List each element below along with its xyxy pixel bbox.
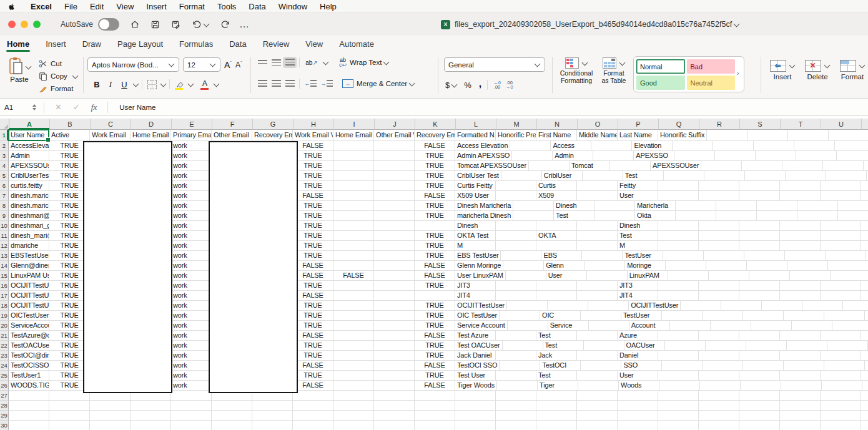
column-header-E[interactable]: E (172, 119, 212, 130)
column-header-G[interactable]: G (253, 119, 293, 130)
cell-P8[interactable]: Maricherla (635, 201, 676, 211)
undo-icon[interactable] (191, 19, 202, 30)
cell-E19[interactable]: work (171, 311, 212, 321)
cell-T21[interactable] (780, 331, 821, 341)
cell-T15[interactable] (790, 271, 831, 281)
cell-K18[interactable]: TRUE (415, 301, 455, 311)
cell-C28[interactable] (90, 401, 131, 411)
cell-E24[interactable]: work (171, 361, 212, 371)
cell-P11[interactable]: Test (618, 231, 658, 241)
save-icon[interactable] (150, 19, 160, 30)
cell-L23[interactable]: Jack Daniel (455, 351, 496, 361)
cell-H6[interactable]: TRUE (293, 181, 333, 191)
cell-I25[interactable] (333, 371, 374, 381)
cell-O26[interactable] (578, 381, 619, 391)
column-header-R[interactable]: R (699, 119, 740, 130)
cell-J5[interactable] (374, 171, 415, 181)
tab-draw[interactable]: Draw (82, 38, 102, 50)
cell-L20[interactable]: Service Account (455, 321, 508, 331)
menu-item-format[interactable]: Format (173, 2, 211, 11)
cell-I2[interactable] (333, 141, 374, 151)
cell-E14[interactable]: work (171, 261, 212, 271)
cell-L5[interactable]: CriblUser Test (455, 171, 501, 181)
cell-U27[interactable] (821, 391, 861, 401)
cell-Q21[interactable] (658, 331, 699, 341)
cell-E22[interactable]: work (171, 341, 212, 351)
more-commands-icon[interactable]: … (239, 19, 250, 30)
cell-P7[interactable]: User (618, 191, 658, 201)
cell-H5[interactable]: TRUE (293, 171, 333, 181)
cell-A18[interactable]: OCIJITTestUs (9, 301, 49, 311)
cell-R25[interactable] (699, 371, 739, 381)
cell-K7[interactable]: FALSE (415, 191, 455, 201)
cell-O25[interactable] (577, 371, 618, 381)
cell-A19[interactable]: OICTestUser (9, 311, 49, 321)
cell-T1[interactable] (788, 130, 829, 141)
cell-S8[interactable] (757, 201, 797, 211)
cell-M21[interactable] (496, 331, 536, 341)
cell-D1[interactable]: Home Email (131, 130, 171, 141)
cell-U4[interactable] (864, 161, 868, 171)
cell-N18[interactable] (548, 301, 588, 311)
cell-V17[interactable] (861, 291, 868, 301)
cell-D28[interactable] (131, 401, 171, 411)
cell-P14[interactable]: Moringe (625, 261, 666, 271)
cell-B28[interactable] (49, 401, 90, 411)
cell-I9[interactable] (333, 211, 374, 221)
cell-J15[interactable] (374, 271, 415, 281)
cell-H3[interactable]: TRUE (293, 151, 333, 161)
cell-J26[interactable] (374, 381, 415, 391)
cell-N2[interactable]: Access (551, 141, 591, 151)
cell-K9[interactable]: TRUE (415, 211, 455, 221)
cell-K21[interactable]: FALSE (415, 331, 455, 341)
cell-Q27[interactable] (658, 391, 699, 401)
format-painter-button[interactable]: Format (39, 83, 73, 94)
cell-T17[interactable] (780, 291, 821, 301)
cell-T5[interactable] (786, 171, 826, 181)
cell-N12[interactable] (536, 241, 577, 251)
cell-O9[interactable] (594, 211, 635, 221)
currency-chevron[interactable] (451, 81, 458, 87)
cell-E12[interactable]: work (171, 241, 212, 251)
cell-U8[interactable] (838, 201, 868, 211)
cell-A15[interactable]: LinuxPAM Use (9, 271, 49, 281)
cell-N5[interactable]: CriblUser (542, 171, 583, 181)
cell-M24[interactable] (500, 361, 540, 371)
row-header-12[interactable]: 12 (0, 241, 9, 251)
cell-Q7[interactable] (658, 191, 699, 201)
cell-E17[interactable]: work (171, 291, 212, 301)
cell-N26[interactable]: Tiger (538, 381, 578, 391)
cell-K8[interactable]: TRUE (415, 201, 455, 211)
cell-K10[interactable] (415, 221, 455, 231)
cell-I16[interactable] (333, 281, 374, 291)
row-header-23[interactable]: 23 (0, 351, 9, 361)
cell-J19[interactable] (374, 311, 415, 321)
cell-K23[interactable]: TRUE (415, 351, 455, 361)
title-dropdown-chevron[interactable] (734, 21, 740, 27)
cell-S5[interactable] (745, 171, 786, 181)
cell-I18[interactable] (333, 301, 374, 311)
cell-U19[interactable] (824, 311, 865, 321)
cell-T2[interactable] (794, 141, 835, 151)
cell-E11[interactable]: work (171, 231, 212, 241)
cell-M6[interactable] (496, 181, 536, 191)
cell-H24[interactable]: FALSE (293, 361, 333, 371)
cell-I10[interactable] (333, 221, 374, 231)
cell-N6[interactable]: Curtis (536, 181, 577, 191)
cell-V19[interactable] (865, 311, 868, 321)
cell-K30[interactable] (415, 421, 455, 430)
menu-item-tools[interactable]: Tools (211, 2, 242, 11)
cell-L9[interactable]: maricherla Dinesh (455, 211, 513, 221)
cell-Q11[interactable] (658, 231, 699, 241)
cell-U26[interactable] (822, 381, 862, 391)
styles-gallery-more-button[interactable]: › (737, 69, 739, 77)
cell-R20[interactable] (711, 321, 751, 331)
cell-A30[interactable] (9, 421, 49, 430)
cell-P29[interactable] (618, 411, 658, 421)
align-right-button[interactable] (283, 78, 297, 89)
column-header-J[interactable]: J (375, 119, 415, 130)
cell-U5[interactable] (826, 171, 867, 181)
cell-A23[interactable]: TestOCI@dir (9, 351, 49, 361)
cell-R5[interactable] (704, 171, 745, 181)
cell-S29[interactable] (739, 411, 780, 421)
